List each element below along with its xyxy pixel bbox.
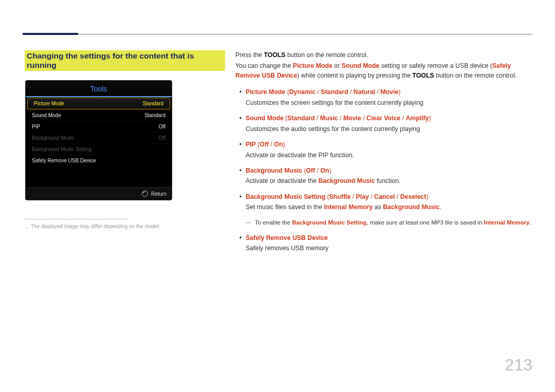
tools-row-label: PIP bbox=[32, 124, 40, 129]
bullet-picture-mode: • Picture Mode (Dynamic / Standard / Nat… bbox=[235, 87, 532, 107]
footnote-divider bbox=[25, 219, 127, 219]
return-icon[interactable] bbox=[142, 191, 148, 197]
bullet-dot-icon: • bbox=[235, 87, 246, 107]
tools-row-value: Standard bbox=[142, 101, 163, 106]
tools-row-label: Background Music bbox=[32, 135, 74, 141]
right-column: Press the TOOLS button on the remote con… bbox=[235, 50, 532, 259]
tools-row-pip[interactable]: PIP Off bbox=[26, 121, 172, 133]
tools-row-value: Off bbox=[159, 124, 165, 129]
tools-row-background-music: Background Music Off bbox=[26, 133, 172, 144]
bullet-dot-icon: • bbox=[235, 192, 246, 212]
tools-row-label: Picture Mode bbox=[34, 101, 64, 106]
bullet-background-music: • Background Music (Off / On) Activate o… bbox=[235, 166, 532, 186]
accent-bar bbox=[23, 33, 78, 35]
tools-panel-title: Tools bbox=[26, 81, 172, 97]
left-column: Changing the settings for the content th… bbox=[25, 50, 225, 259]
top-divider bbox=[23, 34, 532, 36]
bgm-note: ― To enable the Background Music Setting… bbox=[246, 218, 532, 227]
bullet-list: • Picture Mode (Dynamic / Standard / Nat… bbox=[235, 87, 532, 253]
bullet-background-music-setting: • Background Music Setting (Shuffle / Pl… bbox=[235, 192, 532, 212]
section-title: Changing the settings for the content th… bbox=[25, 50, 225, 71]
tools-row-safely-remove[interactable]: Safely Remove USB Device bbox=[26, 155, 172, 166]
tools-row-picture-mode[interactable]: Picture Mode Standard bbox=[27, 98, 170, 109]
bullet-dot-icon: • bbox=[235, 233, 246, 253]
footnote-text: The displayed image may differ depending… bbox=[25, 223, 225, 229]
bullet-dot-icon: • bbox=[235, 114, 246, 134]
tools-row-background-music-setting: Background Music Setting bbox=[26, 144, 172, 155]
bullet-dot-icon: • bbox=[235, 166, 246, 186]
tools-spacer bbox=[26, 166, 172, 187]
bullet-sound-mode: • Sound Mode (Standard / Music / Movie /… bbox=[235, 114, 532, 134]
tools-row-value: Off bbox=[159, 135, 165, 141]
tools-row-label: Safely Remove USB Device bbox=[32, 158, 96, 163]
bullet-pip: • PIP (Off / On) Activate or deactivate … bbox=[235, 140, 532, 160]
tools-row-value: Standard bbox=[144, 113, 165, 118]
tools-row-label: Background Music Setting bbox=[32, 146, 91, 152]
intro-line-1: Press the TOOLS button on the remote con… bbox=[235, 50, 532, 60]
content-area: Changing the settings for the content th… bbox=[25, 50, 532, 259]
bullet-safely-remove: • Safely Remove USB Device Safely remove… bbox=[235, 233, 532, 253]
dash-icon: ― bbox=[246, 218, 255, 227]
tools-row-label: Sound Mode bbox=[32, 113, 61, 118]
intro-line-2: You can change the Picture Mode or Sound… bbox=[235, 61, 532, 80]
page-number: 213 bbox=[505, 356, 532, 375]
tools-footer: Return bbox=[26, 187, 172, 200]
tools-panel: Tools Picture Mode Standard Sound Mode S… bbox=[25, 80, 172, 200]
bullet-dot-icon: • bbox=[235, 140, 246, 160]
return-label[interactable]: Return bbox=[151, 191, 166, 197]
tools-row-sound-mode[interactable]: Sound Mode Standard bbox=[26, 110, 172, 121]
